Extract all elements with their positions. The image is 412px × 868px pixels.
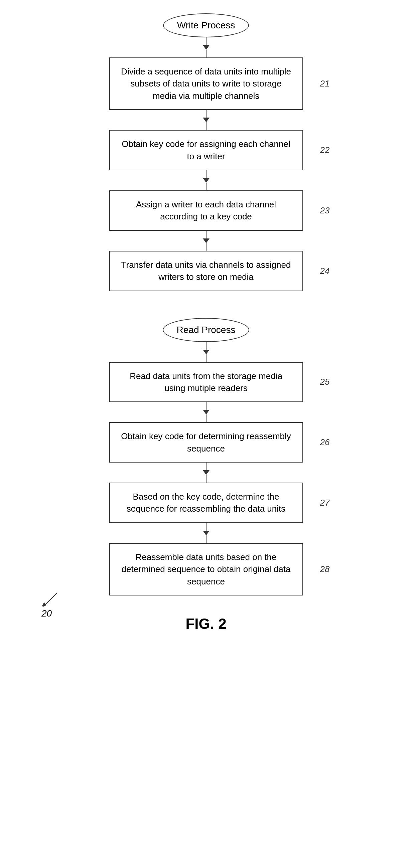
arrow-head-6 [203,410,209,414]
step-28-number: 28 [320,564,330,575]
arrow-head-5 [203,350,209,354]
step-25-wrapper: Read data units from the storage media u… [109,362,303,402]
diagram-ref-number: 20 [41,608,52,619]
step-28-box: Reassemble data units based on the deter… [109,543,303,595]
step-25-box: Read data units from the storage media u… [109,362,303,402]
arrow-head-4 [203,239,209,243]
arrow-head-1 [203,45,209,50]
step-27-box: Based on the key code, determine the seq… [109,483,303,523]
figure-label: FIG. 2 [185,616,226,632]
arrow-2 [203,110,209,130]
step-28-wrapper: Reassemble data units based on the deter… [109,543,303,595]
arrow-3 [203,170,209,190]
arrow-head-2 [203,118,209,122]
arrow-5 [203,342,209,362]
step-21-wrapper: Divide a sequence of data units into mul… [109,57,303,110]
step-23-box: Assign a writer to each data channel acc… [109,190,303,231]
step-21-box: Divide a sequence of data units into mul… [109,57,303,110]
arrow-4 [203,231,209,251]
arrow-7 [203,463,209,483]
diagram-ref-container: 20 [40,591,60,619]
step-27-number: 27 [320,498,330,508]
step-23-number: 23 [320,206,330,216]
step-25-number: 25 [320,377,330,387]
step-22-wrapper: Obtain key code for assigning each chann… [109,130,303,170]
read-process-oval: Read Process [163,318,249,342]
arrow-line-7 [206,463,206,471]
read-process-oval-wrapper: Read Process [163,318,249,342]
arrow-8 [203,523,209,543]
step-24-wrapper: Transfer data units via channels to assi… [109,251,303,291]
step-24-box: Transfer data units via channels to assi… [109,251,303,291]
step-24-number: 24 [320,266,330,276]
write-process-oval: Write Process [163,13,249,37]
step-22-number: 22 [320,145,330,155]
write-process-oval-wrapper: Write Process [163,13,249,37]
arrow-line-3 [206,170,206,179]
arrow-line-6 [206,402,206,410]
step-26-box: Obtain key code for determining reassemb… [109,422,303,463]
step-27-wrapper: Based on the key code, determine the seq… [109,483,303,523]
arrow-1 [203,37,209,57]
step-26-number: 26 [320,437,330,447]
step-21-number: 21 [320,79,330,89]
arrow-line-4 [206,231,206,239]
step-22-box: Obtain key code for assigning each chann… [109,130,303,170]
arrow-line-8 [206,523,206,531]
arrow-head-7 [203,470,209,475]
diagram-container: Write Process Divide a sequence of data … [0,0,412,659]
step-23-wrapper: Assign a writer to each data channel acc… [109,190,303,231]
arrow-head-8 [203,531,209,535]
arrow-line-5 [206,342,206,350]
arrow-line-1 [206,37,206,46]
arrow-head-3 [203,178,209,183]
arrow-line-2 [206,110,206,118]
ref-arrow-icon [40,591,60,608]
step-26-wrapper: Obtain key code for determining reassemb… [109,422,303,463]
arrow-6 [203,402,209,422]
